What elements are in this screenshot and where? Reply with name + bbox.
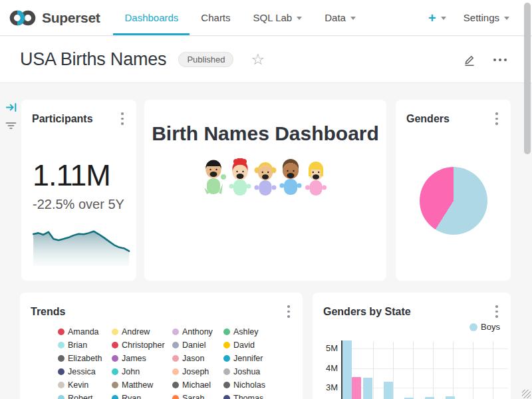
new-item-button[interactable]: + — [428, 11, 446, 25]
markdown-card: Birth Names Dashboard — [144, 100, 386, 281]
nav-item-dashboards[interactable]: Dashboards — [113, 0, 190, 35]
legend-label: Jason — [182, 354, 204, 363]
legend-item-matthew[interactable]: Matthew — [112, 378, 172, 392]
legend-label: Brian — [68, 340, 87, 350]
legend-label: Ashley — [233, 327, 259, 336]
legend-label: Sarah — [182, 394, 204, 399]
legend-dot — [223, 395, 230, 399]
nav-item-sql-lab[interactable]: SQL Lab — [242, 0, 314, 35]
edit-pencil-icon[interactable] — [463, 53, 476, 66]
v-gridline — [413, 342, 414, 399]
legend-label: Thomas — [233, 394, 263, 399]
legend-label: Joshua — [233, 367, 260, 376]
h-gridline — [342, 368, 508, 369]
nav-item-charts[interactable]: Charts — [190, 0, 241, 35]
nav-label: SQL Lab — [253, 12, 293, 23]
legend-label: Jessica — [68, 367, 96, 376]
legend-item-david[interactable]: David — [223, 338, 277, 352]
bar-boys-1[interactable] — [363, 378, 372, 399]
legend-label: Michael — [182, 380, 211, 390]
participants-sparkline-chart — [32, 225, 131, 267]
legend-dot — [172, 395, 179, 399]
card-resize-handle-icon[interactable] — [522, 390, 531, 398]
nav-item-data[interactable]: Data — [313, 0, 367, 35]
v-gridline — [393, 342, 394, 399]
legend-item-christopher[interactable]: Christopher — [112, 338, 172, 352]
legend-item-kevin[interactable]: Kevin — [58, 378, 112, 392]
legend-item-brian[interactable]: Brian — [58, 338, 112, 352]
legend-dot — [112, 368, 118, 375]
bar-girls-0[interactable] — [352, 377, 361, 399]
genders-pie-chart[interactable] — [420, 167, 487, 235]
y-axis-tick: 4M — [315, 363, 338, 373]
genders-by-state-card: Genders by State Boys 5M4M3M — [313, 293, 511, 399]
legend-label: Amanda — [68, 327, 99, 336]
legend-item-joshua[interactable]: Joshua — [223, 365, 277, 378]
v-gridline — [473, 342, 473, 399]
filter-icon[interactable] — [5, 120, 17, 134]
legend-item-nicholas[interactable]: Nicholas — [223, 378, 277, 392]
legend-item-jason[interactable]: Jason — [172, 352, 223, 365]
legend-label: Nicholas — [233, 380, 265, 390]
legend-item-thomas[interactable]: Thomas — [223, 392, 277, 399]
brand-name: Superset — [42, 10, 100, 26]
v-gridline — [453, 342, 454, 399]
bar-boys-2[interactable] — [384, 382, 393, 399]
legend-item-michael[interactable]: Michael — [172, 378, 223, 392]
legend-label: Ryan — [122, 394, 141, 399]
legend-dot — [172, 342, 179, 348]
legend-item-james[interactable]: James — [112, 352, 172, 365]
v-gridline — [373, 342, 374, 399]
legend-dot — [223, 329, 230, 335]
superset-logo[interactable]: Superset — [0, 0, 113, 35]
legend-item-daniel[interactable]: Daniel — [172, 338, 223, 352]
legend-dot — [112, 382, 118, 388]
legend-dot — [172, 329, 179, 335]
legend-item-john[interactable]: John — [112, 365, 172, 378]
legend-item-robert[interactable]: Robert — [58, 392, 112, 399]
kebab-menu-icon[interactable] — [283, 305, 294, 318]
legend-item-amanda[interactable]: Amanda — [58, 325, 112, 338]
legend-label: Andrew — [122, 327, 150, 336]
nav-label: Dashboards — [124, 12, 178, 23]
legend-item-jennifer[interactable]: Jennifer — [223, 352, 277, 365]
card-title: Participants — [32, 113, 93, 125]
bar-boys-0[interactable] — [342, 340, 352, 399]
favorite-star-icon[interactable]: ☆ — [251, 52, 265, 67]
legend-item-ashley[interactable]: Ashley — [223, 325, 277, 338]
kebab-menu-icon[interactable] — [117, 112, 128, 125]
expand-filter-bar-icon[interactable] — [5, 102, 17, 116]
legend-item-ryan[interactable]: Ryan — [112, 392, 172, 399]
big-number-subheader: -22.5% over 5Y — [33, 197, 124, 212]
kebab-menu-icon[interactable] — [491, 112, 502, 125]
plus-icon: + — [428, 11, 436, 25]
nav-label: Data — [325, 12, 346, 23]
legend-label: John — [122, 367, 140, 376]
navbar-right: + Settings — [428, 0, 532, 35]
legend-dot — [58, 329, 65, 335]
status-badge[interactable]: Published — [178, 52, 233, 67]
h-gridline — [342, 348, 508, 349]
legend-dot — [58, 342, 65, 348]
more-actions-icon[interactable] — [493, 59, 507, 61]
legend-item-jessica[interactable]: Jessica — [58, 365, 112, 378]
legend-label: Robert — [68, 394, 93, 399]
card-title: Trends — [31, 306, 65, 318]
legend-label: James — [122, 354, 146, 363]
legend-dot — [223, 355, 230, 362]
big-number-value: 1.11M — [33, 158, 110, 193]
vertical-scrollbar-thumb[interactable] — [524, 3, 531, 154]
legend-item-joseph[interactable]: Joseph — [172, 365, 223, 378]
legend-item-elizabeth[interactable]: Elizabeth — [58, 352, 112, 365]
legend-dot — [112, 329, 118, 335]
legend-dot — [172, 382, 179, 388]
page-title: USA Births Names — [20, 49, 166, 70]
nav-label: Charts — [201, 12, 230, 23]
legend-item-sarah[interactable]: Sarah — [172, 392, 223, 399]
settings-menu[interactable]: Settings — [464, 12, 509, 23]
legend-dot — [112, 395, 118, 399]
bar-boys-5[interactable] — [446, 396, 455, 399]
genders-card: Genders — [396, 100, 511, 281]
legend-item-anthony[interactable]: Anthony — [172, 325, 223, 338]
legend-item-andrew[interactable]: Andrew — [112, 325, 172, 338]
